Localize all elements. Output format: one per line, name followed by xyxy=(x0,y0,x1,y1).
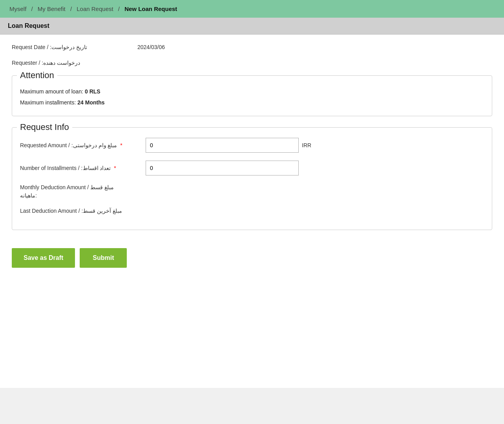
last-deduction-row: Last Deduction Amount / :مبلغ آخرین قسط xyxy=(20,208,484,214)
page-title: Loan Request xyxy=(8,22,49,29)
max-loan-value: 0 RLS xyxy=(85,88,100,95)
request-date-value: 2024/03/06 xyxy=(137,44,165,50)
max-installments-line: Maximum installments: 24 Months xyxy=(20,97,484,108)
request-date-row: Request Date / :تاریخ درخواست 2024/03/06 xyxy=(12,44,492,50)
num-installments-label: Number of Installments / :تعداد اقساط * xyxy=(20,165,146,171)
request-date-label: Request Date / :تاریخ درخواست xyxy=(12,44,137,50)
breadcrumb-separator: / xyxy=(31,5,33,12)
max-loan-label: Maximum amount of loan: xyxy=(20,88,83,95)
num-installments-row: Number of Installments / :تعداد اقساط * xyxy=(20,161,484,175)
request-info-legend: Request Info xyxy=(17,122,72,132)
request-info-section: Request Info Requested Amount / :مبلغ وا… xyxy=(12,127,492,230)
attention-legend: Attention xyxy=(17,70,57,80)
requested-amount-label: Requested Amount / :مبلغ وام درخواستی * xyxy=(20,142,146,148)
attention-section: Attention Maximum amount of loan: 0 RLS … xyxy=(12,75,492,116)
max-loan-line: Maximum amount of loan: 0 RLS xyxy=(20,86,484,97)
save-as-draft-button[interactable]: Save as Draft xyxy=(12,248,75,268)
max-installments-label: Maximum installments: xyxy=(20,99,76,106)
num-installments-required: * xyxy=(114,165,116,171)
breadcrumb-item-new-loan-request: New Loan Request xyxy=(124,5,177,12)
max-installments-value: 24 Months xyxy=(77,99,104,106)
monthly-deduction-row: Monthly Deduction Amount / مبلغ قسط ماهی… xyxy=(20,183,484,200)
button-row: Save as Draft Submit xyxy=(12,242,492,274)
requested-amount-required: * xyxy=(120,142,122,148)
requested-amount-suffix: IRR xyxy=(302,142,311,148)
attention-content: Maximum amount of loan: 0 RLS Maximum in… xyxy=(20,86,484,108)
breadcrumb-item-myself[interactable]: Myself xyxy=(9,5,26,12)
requester-label: Requester / :درخواست دهنده xyxy=(12,60,137,66)
page-header: Loan Request xyxy=(0,18,504,35)
breadcrumb-separator: / xyxy=(70,5,72,12)
requested-amount-row: Requested Amount / :مبلغ وام درخواستی * … xyxy=(20,138,484,153)
last-deduction-label: Last Deduction Amount / :مبلغ آخرین قسط xyxy=(20,208,146,214)
breadcrumb-item-my-benefit[interactable]: My Benefit xyxy=(38,5,66,12)
submit-button[interactable]: Submit xyxy=(80,248,127,268)
main-content: Request Date / :تاریخ درخواست 2024/03/06… xyxy=(0,35,504,388)
breadcrumb: Myself / My Benefit / Loan Request / New… xyxy=(0,0,504,18)
breadcrumb-item-loan-request[interactable]: Loan Request xyxy=(77,5,113,12)
requester-row: Requester / :درخواست دهنده xyxy=(12,60,492,66)
breadcrumb-separator: / xyxy=(118,5,120,12)
requested-amount-input[interactable] xyxy=(146,138,299,153)
monthly-deduction-label: Monthly Deduction Amount / مبلغ قسط ماهی… xyxy=(20,183,146,200)
num-installments-input[interactable] xyxy=(146,161,299,175)
